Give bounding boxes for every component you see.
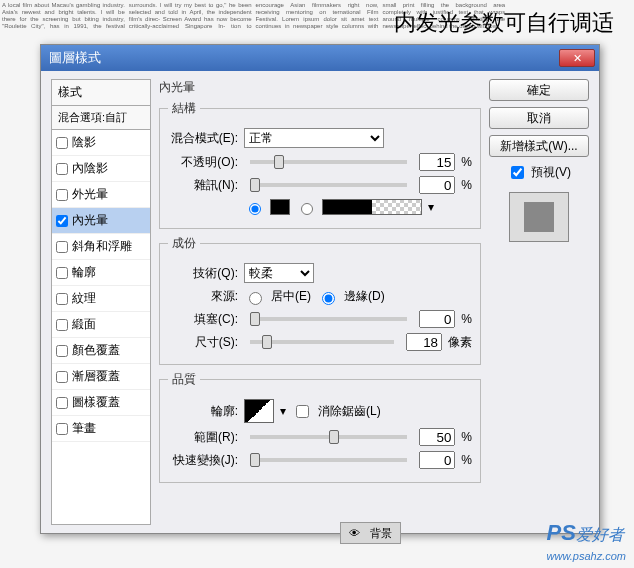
style-item-9[interactable]: 漸層覆蓋: [52, 364, 150, 390]
layers-bar: 👁 背景: [340, 522, 401, 544]
gradient-radio[interactable]: [301, 203, 313, 215]
jitter-input[interactable]: [419, 451, 455, 469]
blend-options-header[interactable]: 混合選項:自訂: [51, 106, 151, 130]
technique-label: 技術(Q):: [168, 265, 238, 282]
source-center-radio[interactable]: [249, 292, 262, 305]
style-checkbox[interactable]: [56, 241, 68, 253]
dropdown-icon[interactable]: ▾: [428, 200, 434, 214]
style-list: 陰影內陰影外光暈內光暈斜角和浮雕輪廓紋理緞面顏色覆蓋漸層覆蓋圖樣覆蓋筆畫: [51, 130, 151, 525]
cancel-button[interactable]: 取消: [489, 107, 589, 129]
range-label: 範圍(R):: [168, 429, 238, 446]
style-checkbox[interactable]: [56, 293, 68, 305]
style-item-2[interactable]: 外光暈: [52, 182, 150, 208]
dialog-title: 圖層樣式: [49, 49, 101, 67]
antialias-checkbox[interactable]: [296, 405, 309, 418]
style-item-7[interactable]: 緞面: [52, 312, 150, 338]
quality-legend: 品質: [168, 371, 200, 388]
style-label: 內陰影: [72, 160, 108, 177]
panel-title: 內光暈: [159, 79, 481, 96]
new-style-button[interactable]: 新增樣式(W)...: [489, 135, 589, 157]
style-label: 漸層覆蓋: [72, 368, 120, 385]
style-checkbox[interactable]: [56, 371, 68, 383]
antialias-label: 消除鋸齒(L): [318, 403, 381, 420]
opacity-label: 不透明(O):: [168, 154, 238, 171]
style-item-5[interactable]: 輪廓: [52, 260, 150, 286]
style-label: 紋理: [72, 290, 96, 307]
style-list-panel: 樣式 混合選項:自訂 陰影內陰影外光暈內光暈斜角和浮雕輪廓紋理緞面顏色覆蓋漸層覆…: [51, 79, 151, 525]
ok-button[interactable]: 確定: [489, 79, 589, 101]
noise-input[interactable]: [419, 176, 455, 194]
choke-label: 填塞(C):: [168, 311, 238, 328]
style-checkbox[interactable]: [56, 137, 68, 149]
gradient-swatch[interactable]: [322, 199, 422, 215]
preview-swatch: [509, 192, 569, 242]
dropdown-icon[interactable]: ▾: [280, 404, 286, 418]
noise-slider[interactable]: [250, 183, 407, 187]
style-checkbox[interactable]: [56, 215, 68, 227]
style-label: 斜角和浮雕: [72, 238, 132, 255]
style-item-1[interactable]: 內陰影: [52, 156, 150, 182]
blend-mode-label: 混合模式(E):: [168, 130, 238, 147]
range-slider[interactable]: [250, 435, 407, 439]
layer-style-dialog: 圖層樣式 ✕ 樣式 混合選項:自訂 陰影內陰影外光暈內光暈斜角和浮雕輪廓紋理緞面…: [40, 44, 600, 534]
style-label: 內光暈: [72, 212, 108, 229]
settings-panel: 內光暈 結構 混合模式(E): 正常 不透明(O): % 雜訊(N):: [159, 79, 481, 525]
style-item-11[interactable]: 筆畫: [52, 416, 150, 442]
range-input[interactable]: [419, 428, 455, 446]
style-label: 筆畫: [72, 420, 96, 437]
layer-name[interactable]: 背景: [370, 526, 392, 541]
styles-header[interactable]: 樣式: [51, 79, 151, 106]
quality-group: 品質 輪廓: ▾ 消除鋸齒(L) 範圍(R): % 快速變換(J):: [159, 371, 481, 483]
style-item-8[interactable]: 顏色覆蓋: [52, 338, 150, 364]
style-checkbox[interactable]: [56, 163, 68, 175]
close-button[interactable]: ✕: [559, 49, 595, 67]
style-label: 外光暈: [72, 186, 108, 203]
style-checkbox[interactable]: [56, 319, 68, 331]
source-edge-radio[interactable]: [322, 292, 335, 305]
source-edge-label: 邊緣(D): [344, 288, 385, 305]
action-panel: 確定 取消 新增樣式(W)... 預視(V): [489, 79, 589, 525]
blend-mode-select[interactable]: 正常: [244, 128, 384, 148]
size-input[interactable]: [406, 333, 442, 351]
technique-select[interactable]: 較柔: [244, 263, 314, 283]
structure-legend: 結構: [168, 100, 200, 117]
preview-label: 預視(V): [531, 164, 571, 181]
size-label: 尺寸(S):: [168, 334, 238, 351]
contour-label: 輪廓:: [168, 403, 238, 420]
style-label: 陰影: [72, 134, 96, 151]
style-label: 顏色覆蓋: [72, 342, 120, 359]
style-checkbox[interactable]: [56, 267, 68, 279]
eye-icon[interactable]: 👁: [349, 527, 360, 539]
style-item-3[interactable]: 內光暈: [52, 208, 150, 234]
hint-text: 内发光参数可自行调适: [394, 8, 614, 38]
color-radio[interactable]: [249, 203, 261, 215]
style-checkbox[interactable]: [56, 397, 68, 409]
opacity-input[interactable]: [419, 153, 455, 171]
choke-slider[interactable]: [250, 317, 407, 321]
style-checkbox[interactable]: [56, 423, 68, 435]
pct-label: %: [461, 155, 472, 169]
noise-label: 雜訊(N):: [168, 177, 238, 194]
contour-picker[interactable]: [244, 399, 274, 423]
size-slider[interactable]: [250, 340, 394, 344]
color-swatch[interactable]: [270, 199, 290, 215]
source-label: 來源:: [168, 288, 238, 305]
watermark: PS爱好者 www.psahz.com: [547, 520, 626, 564]
choke-input[interactable]: [419, 310, 455, 328]
titlebar: 圖層樣式 ✕: [41, 45, 599, 71]
style-label: 輪廓: [72, 264, 96, 281]
jitter-slider[interactable]: [250, 458, 407, 462]
style-item-0[interactable]: 陰影: [52, 130, 150, 156]
elements-group: 成份 技術(Q): 較柔 來源: 居中(E) 邊緣(D) 填塞(C):: [159, 235, 481, 365]
style-item-10[interactable]: 圖樣覆蓋: [52, 390, 150, 416]
style-checkbox[interactable]: [56, 345, 68, 357]
style-label: 圖樣覆蓋: [72, 394, 120, 411]
jitter-label: 快速變換(J):: [168, 452, 238, 469]
elements-legend: 成份: [168, 235, 200, 252]
structure-group: 結構 混合模式(E): 正常 不透明(O): % 雜訊(N):: [159, 100, 481, 229]
opacity-slider[interactable]: [250, 160, 407, 164]
style-checkbox[interactable]: [56, 189, 68, 201]
style-item-4[interactable]: 斜角和浮雕: [52, 234, 150, 260]
preview-checkbox[interactable]: [511, 166, 524, 179]
style-item-6[interactable]: 紋理: [52, 286, 150, 312]
